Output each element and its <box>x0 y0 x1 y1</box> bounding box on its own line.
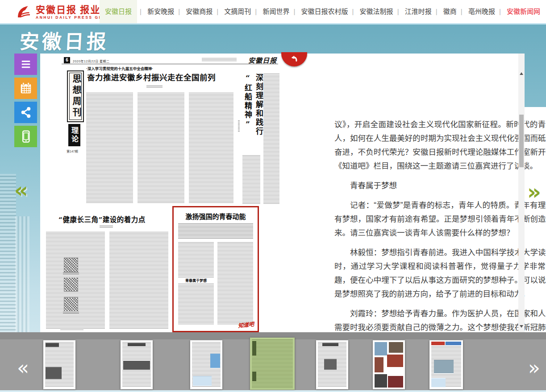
nav-separator <box>217 8 218 15</box>
article-paragraph: 记者：“爱做梦”是青春的标志，青年人的特质。青年有理想有梦想，国家才有前途有希望… <box>334 198 546 240</box>
page-thumbnail-strip: « <box>0 332 546 390</box>
article-intro-lines <box>178 223 253 239</box>
thumb-box-block <box>193 376 212 386</box>
bottom-article-headline[interactable]: “健康长三角”建设的着力点 <box>58 214 146 224</box>
nav-item-anhui-news-net[interactable]: 安徽新闻网 <box>505 0 542 23</box>
nav-separator <box>293 8 295 15</box>
nav-item-huishang[interactable]: 徽商 <box>442 0 458 23</box>
calendar-button[interactable] <box>14 78 37 99</box>
mobile-phone-icon <box>19 130 33 143</box>
page-header-rule <box>62 64 278 64</box>
page-thumbnail[interactable] <box>373 340 405 389</box>
article-subheading: 青春属于梦想 <box>334 179 546 193</box>
nav-separator <box>499 8 501 15</box>
section-label: 理论 <box>68 124 80 146</box>
newspaper-page[interactable]: 6 2020年12月22日 星期二 安徽日报 思想周刊 理论 第147期 ·深入… <box>42 54 281 332</box>
vertical-article-headline[interactable]: 深刻理解和践行“红船精神” <box>242 74 265 152</box>
page-thumbnail[interactable] <box>429 340 463 389</box>
highlighted-article-title: 激扬强国的青春动能 <box>174 211 258 221</box>
text-column <box>46 232 105 329</box>
nav-separator <box>178 8 180 15</box>
nav-separator <box>436 8 438 15</box>
highlighted-article-box[interactable]: 激扬强国的青春动能 青春属于梦想 知道吧 <box>172 206 259 332</box>
scroll-down-arrow[interactable] <box>520 325 523 328</box>
thumb-photo-block <box>434 360 454 373</box>
thumb-box-block <box>431 378 446 387</box>
thumb-headline-block <box>128 343 146 346</box>
text-column <box>178 242 214 325</box>
thumb-photo-block <box>387 355 403 367</box>
nav-separator <box>140 8 142 15</box>
nav-separator <box>461 8 463 15</box>
page-number: 6 <box>64 57 70 63</box>
thumb-photo-block <box>46 367 62 379</box>
thumb-banner-block <box>446 342 461 345</box>
issue-number: 第147期 <box>67 149 78 153</box>
thumb-banner-block <box>252 371 256 381</box>
thumb-photo-block <box>388 376 403 388</box>
page-thumbnail-selected[interactable] <box>250 338 295 390</box>
text-column <box>217 242 253 325</box>
nav-separator <box>255 8 257 15</box>
thumb-photo-block <box>389 342 403 353</box>
page-thumbnail[interactable] <box>121 340 153 389</box>
thumb-photo-block <box>375 357 383 372</box>
nav-item-bozhou-evening[interactable]: 亳州晚报 <box>467 0 496 23</box>
page-thumbnail[interactable] <box>316 340 348 389</box>
epaper-app: 安徽日报 报业集团 ANHUI DAILY PRESS GROUP 安徽日报 新… <box>0 0 546 392</box>
page-thumbnail[interactable] <box>43 340 75 389</box>
nav-item-jianghuai-times[interactable]: 江淮时报 <box>404 0 433 23</box>
thumb-photo-block <box>324 359 337 370</box>
page-date: 2020年12月22日 星期二 <box>73 59 110 63</box>
text-column <box>263 74 279 204</box>
building-silhouette <box>0 174 16 358</box>
text-column <box>109 232 168 329</box>
page-bottom-edge <box>0 390 546 392</box>
column-logo: 知道吧 <box>238 320 254 329</box>
red-sail-logo-icon <box>14 4 32 20</box>
nav-item-xinan-evening[interactable]: 新安晚报 <box>146 0 175 23</box>
byline-line <box>238 120 240 132</box>
paper-logo: 安徽日报 <box>248 55 277 65</box>
nav-item-legal-daily[interactable]: 安徽法制报 <box>358 0 395 23</box>
nav-item-anhui-business[interactable]: 安徽商报 <box>184 0 214 23</box>
article-eyebrow: ·深入学习贯彻党的十九届五中全会精神· <box>86 66 153 71</box>
thumb-headline-block <box>322 343 338 346</box>
thumbnails-next-chevron[interactable]: » <box>528 358 540 378</box>
page-thumbnail[interactable] <box>190 340 222 389</box>
main-panel: 6 2020年12月22日 星期二 安徽日报 思想周刊 理论 第147期 ·深入… <box>40 54 525 332</box>
nav-item-rural-edition[interactable]: 安徽日报农村版 <box>300 0 350 23</box>
top-header: 安徽日报 报业集团 ANHUI DAILY PRESS GROUP 安徽日报 新… <box>0 0 546 25</box>
article-paragraph: 林毅恒：梦想指引青春前进。我进入中国科学技术大学读书时，通过学习大学课程和阅读科… <box>334 246 546 301</box>
scrollbar-thumb[interactable] <box>519 115 524 167</box>
nav-item-anhui-daily[interactable]: 安徽日报 <box>100 0 137 23</box>
hamburger-icon <box>19 58 33 71</box>
byline-line <box>146 86 163 88</box>
nav-item-news-world[interactable]: 新闻世界 <box>261 0 291 23</box>
section-banner: 思想周刊 <box>67 70 84 122</box>
text-column <box>86 93 133 203</box>
text-column <box>138 93 184 203</box>
text-column <box>242 155 260 204</box>
share-button[interactable] <box>14 102 37 123</box>
article-paragraph: 议》，开启全面建设社会主义现代化国家新征程。新时代的青年人，如何在人生最美好的时… <box>334 118 546 173</box>
scroll-up-arrow[interactable] <box>520 72 523 75</box>
next-page-chevron[interactable]: » <box>527 182 541 202</box>
back-arrow-icon <box>288 53 300 64</box>
previous-page-chevron[interactable]: « <box>14 180 28 200</box>
nav-separator <box>397 8 399 15</box>
text-column <box>189 93 233 203</box>
nav-separator <box>352 8 354 15</box>
page-editor-info-lines <box>202 58 237 62</box>
masthead-title: 安徽日报 <box>19 26 109 54</box>
reader-scrollbar[interactable] <box>518 54 525 332</box>
thumbnails-prev-chevron[interactable]: « <box>17 358 29 378</box>
article-subhead: 青春属于梦想 <box>178 278 214 283</box>
thumb-chart-block <box>210 354 220 368</box>
menu-button[interactable] <box>14 54 37 75</box>
nav-item-digest-weekly[interactable]: 文摘周刊 <box>223 0 252 23</box>
thumb-banner-block <box>252 341 256 355</box>
lead-article-headline[interactable]: 奋力推进安徽乡村振兴走在全国前列 <box>87 71 221 83</box>
mobile-button[interactable] <box>14 126 37 147</box>
thumb-headline-block <box>46 343 59 347</box>
